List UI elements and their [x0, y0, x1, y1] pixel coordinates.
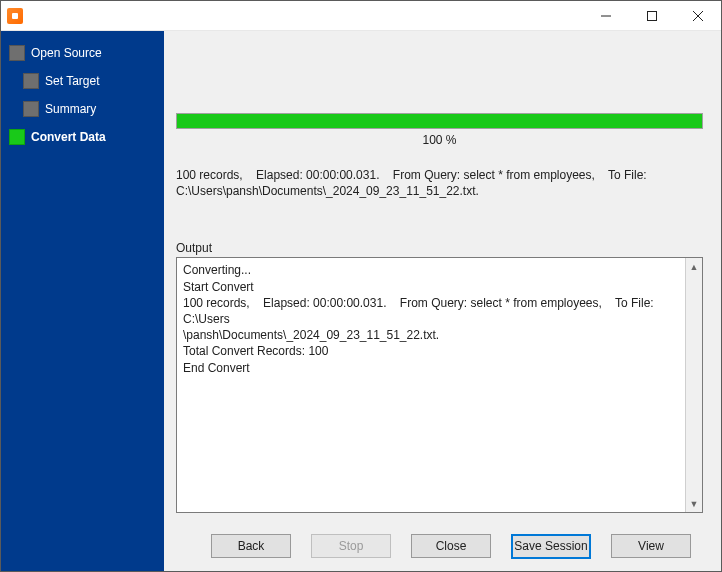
- titlebar-left: [1, 8, 29, 24]
- progress-percent-label: 100 %: [176, 133, 703, 147]
- conversion-summary-text: 100 records, Elapsed: 00:00:00.031. From…: [176, 167, 703, 199]
- view-button[interactable]: View: [611, 534, 691, 558]
- back-button[interactable]: Back: [211, 534, 291, 558]
- sidebar-item-set-target[interactable]: Set Target: [1, 67, 164, 95]
- sidebar-item-label: Summary: [45, 102, 96, 116]
- sidebar-item-label: Open Source: [31, 46, 102, 60]
- window-controls: [583, 1, 721, 30]
- sidebar-item-open-source[interactable]: Open Source: [1, 39, 164, 67]
- progress-bar: [176, 113, 703, 129]
- maximize-button[interactable]: [629, 1, 675, 30]
- scroll-down-icon[interactable]: ▼: [686, 495, 702, 512]
- minimize-button[interactable]: [583, 1, 629, 30]
- app-icon: [7, 8, 23, 24]
- output-box: Converting... Start Convert 100 records,…: [176, 257, 703, 513]
- step-marker-icon: [9, 45, 25, 61]
- stop-button: Stop: [311, 534, 391, 558]
- scroll-up-icon[interactable]: ▲: [686, 258, 702, 275]
- close-button[interactable]: Close: [411, 534, 491, 558]
- svg-rect-0: [648, 11, 657, 20]
- step-marker-icon: [23, 73, 39, 89]
- output-label: Output: [176, 241, 703, 255]
- sidebar-item-convert-data[interactable]: Convert Data: [1, 123, 164, 151]
- progress-section: 100 %: [176, 113, 703, 147]
- sidebar-item-label: Convert Data: [31, 130, 106, 144]
- step-marker-icon: [9, 129, 25, 145]
- output-scrollbar[interactable]: ▲ ▼: [685, 258, 702, 512]
- wizard-nav: Open Source Set Target Summary Convert D…: [1, 39, 164, 151]
- close-window-button[interactable]: [675, 1, 721, 30]
- sidebar-item-summary[interactable]: Summary: [1, 95, 164, 123]
- save-session-button[interactable]: Save Session: [511, 534, 591, 559]
- button-bar: Back Stop Close Save Session View: [164, 521, 721, 571]
- main-panel: 100 % 100 records, Elapsed: 00:00:00.031…: [164, 31, 721, 571]
- sidebar-item-label: Set Target: [45, 74, 99, 88]
- step-marker-icon: [23, 101, 39, 117]
- sidebar: Open Source Set Target Summary Convert D…: [1, 31, 164, 571]
- output-text[interactable]: Converting... Start Convert 100 records,…: [177, 258, 685, 512]
- titlebar: [1, 1, 721, 31]
